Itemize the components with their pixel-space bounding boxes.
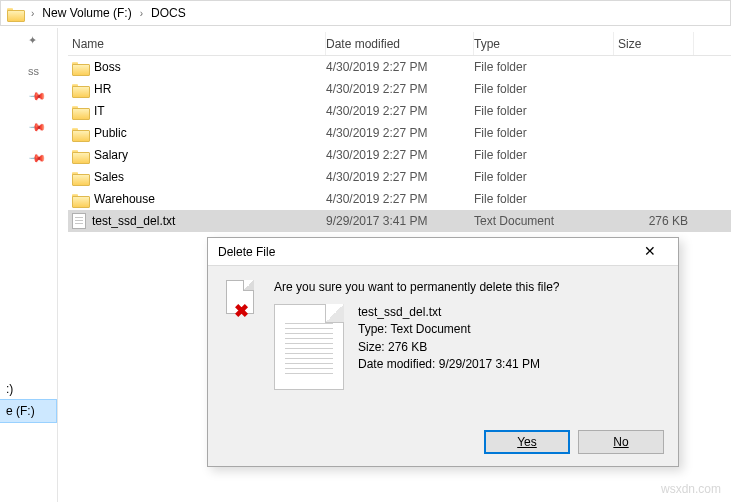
file-name: Boss: [94, 60, 121, 74]
folder-icon: [72, 148, 88, 162]
navigation-pane[interactable]: ✦ ss 📌 📌 📌 :) e (F:): [0, 28, 58, 502]
folder-icon: [72, 104, 88, 118]
column-header-type[interactable]: Type: [474, 32, 614, 55]
file-date: 4/30/2019 2:27 PM: [326, 170, 474, 184]
file-date: 4/30/2019 2:27 PM: [326, 148, 474, 162]
file-row[interactable]: Warehouse4/30/2019 2:27 PMFile folder: [68, 188, 731, 210]
folder-icon: [7, 6, 23, 20]
text-file-icon: [72, 213, 86, 229]
breadcrumb-segment[interactable]: DOCS: [149, 6, 188, 20]
watermark: wsxdn.com: [661, 482, 721, 496]
folder-icon: [72, 60, 88, 74]
dialog-prompt: Are you sure you want to permanently del…: [274, 280, 662, 294]
file-row[interactable]: Sales4/30/2019 2:27 PMFile folder: [68, 166, 731, 188]
file-row[interactable]: HR4/30/2019 2:27 PMFile folder: [68, 78, 731, 100]
file-row[interactable]: IT4/30/2019 2:27 PMFile folder: [68, 100, 731, 122]
folder-icon: [72, 192, 88, 206]
file-row[interactable]: Salary4/30/2019 2:27 PMFile folder: [68, 144, 731, 166]
file-row[interactable]: Public4/30/2019 2:27 PMFile folder: [68, 122, 731, 144]
column-header-size[interactable]: Size: [614, 32, 694, 55]
file-name: test_ssd_del.txt: [92, 214, 175, 228]
nav-tree-item[interactable]: e (F:): [0, 400, 56, 422]
file-name: Public: [94, 126, 127, 140]
dialog-title: Delete File: [218, 245, 275, 259]
file-name: Warehouse: [94, 192, 155, 206]
breadcrumb-segment[interactable]: New Volume (F:): [40, 6, 133, 20]
column-header-name[interactable]: Name: [68, 32, 326, 55]
pin-icon: 📌: [28, 118, 58, 148]
file-details: test_ssd_del.txt Type: Text Document Siz…: [358, 304, 540, 390]
detail-size: Size: 276 KB: [358, 339, 540, 356]
detail-filename: test_ssd_del.txt: [358, 304, 540, 321]
column-headers: Name Date modified Type Size: [68, 32, 731, 56]
dialog-titlebar[interactable]: Delete File ✕: [208, 238, 678, 266]
close-icon[interactable]: ✕: [630, 241, 670, 263]
file-row[interactable]: Boss4/30/2019 2:27 PMFile folder: [68, 56, 731, 78]
file-name: Salary: [94, 148, 128, 162]
chevron-right-icon[interactable]: ›: [25, 8, 40, 19]
delete-file-icon: ✖: [222, 280, 262, 324]
column-header-date[interactable]: Date modified: [326, 32, 474, 55]
address-bar[interactable]: › New Volume (F:) › DOCS: [0, 0, 731, 26]
chevron-right-icon[interactable]: ›: [134, 8, 149, 19]
nav-tree-item[interactable]: :): [0, 378, 56, 400]
file-date: 4/30/2019 2:27 PM: [326, 60, 474, 74]
file-type: File folder: [474, 82, 614, 96]
file-type: File folder: [474, 192, 614, 206]
pin-icon: ✦: [28, 34, 57, 47]
folder-icon: [72, 126, 88, 140]
file-type: File folder: [474, 126, 614, 140]
file-type: File folder: [474, 104, 614, 118]
file-name: Sales: [94, 170, 124, 184]
file-type: File folder: [474, 60, 614, 74]
file-type: File folder: [474, 170, 614, 184]
pin-icon: ss: [28, 65, 57, 77]
file-type: File folder: [474, 148, 614, 162]
file-date: 4/30/2019 2:27 PM: [326, 192, 474, 206]
yes-button[interactable]: Yes: [484, 430, 570, 454]
file-name: IT: [94, 104, 105, 118]
folder-icon: [72, 170, 88, 184]
file-date: 4/30/2019 2:27 PM: [326, 126, 474, 140]
folder-icon: [72, 82, 88, 96]
detail-date: Date modified: 9/29/2017 3:41 PM: [358, 356, 540, 373]
file-row[interactable]: test_ssd_del.txt9/29/2017 3:41 PMText Do…: [68, 210, 731, 232]
file-thumbnail-icon: [274, 304, 344, 390]
file-size: 276 KB: [614, 214, 694, 228]
delete-file-dialog: Delete File ✕ ✖ Are you sure you want to…: [207, 237, 679, 467]
detail-type: Type: Text Document: [358, 321, 540, 338]
file-date: 4/30/2019 2:27 PM: [326, 104, 474, 118]
file-name: HR: [94, 82, 111, 96]
pin-icon: 📌: [28, 87, 58, 117]
file-date: 9/29/2017 3:41 PM: [326, 214, 474, 228]
file-date: 4/30/2019 2:27 PM: [326, 82, 474, 96]
no-button[interactable]: No: [578, 430, 664, 454]
pin-icon: 📌: [28, 149, 58, 179]
file-type: Text Document: [474, 214, 614, 228]
